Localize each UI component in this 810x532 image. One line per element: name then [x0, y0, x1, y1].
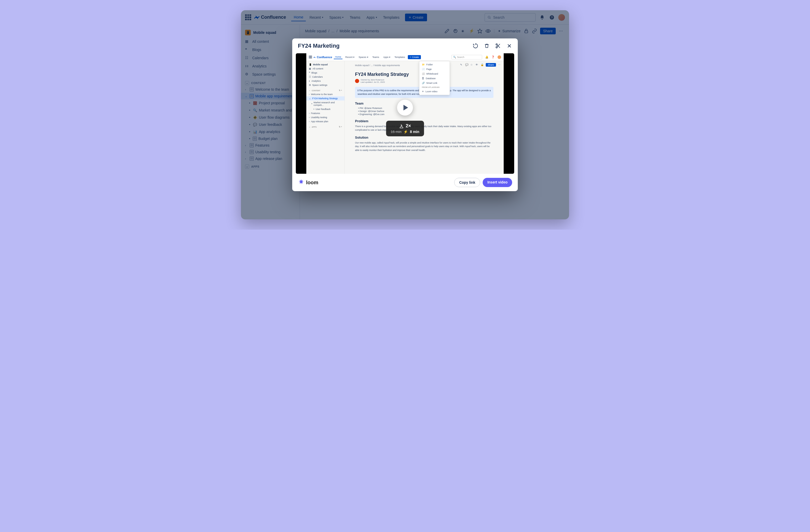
- trash-icon[interactable]: [484, 43, 490, 49]
- play-button[interactable]: [397, 100, 413, 116]
- close-icon[interactable]: [506, 43, 512, 49]
- scissors-icon[interactable]: [495, 43, 501, 49]
- svg-point-7: [496, 44, 498, 45]
- loom-logo: loom: [298, 179, 318, 186]
- copy-link-button[interactable]: Copy link: [454, 178, 480, 187]
- modal-title: FY24 Marketing: [298, 43, 340, 49]
- video-preview: Confluence Home Recent ▾ Spaces ▾ Teams …: [296, 53, 514, 174]
- svg-point-8: [496, 47, 498, 48]
- create-dropdown: 📁 Folder 📄 Page ⬜ Whiteboard 🗄 Database …: [419, 61, 450, 95]
- loom-modal: FY24 Marketing Confluence Home Recent ▾: [292, 38, 518, 191]
- speed-indicator: 2× 16 min⚡8 min: [386, 121, 424, 136]
- undo-icon[interactable]: [473, 43, 478, 49]
- insert-video-button[interactable]: Insert video: [483, 178, 512, 187]
